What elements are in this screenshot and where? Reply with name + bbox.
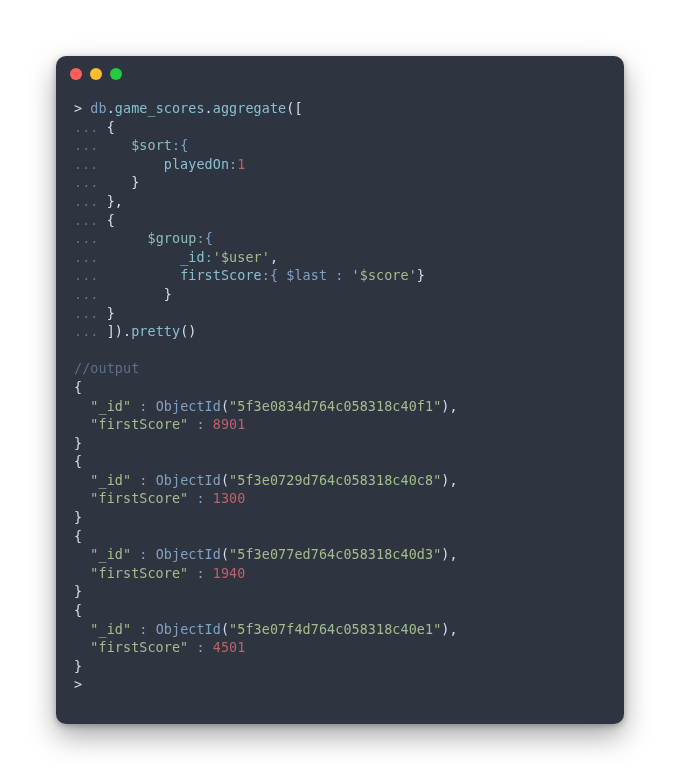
token-close: } (131, 175, 139, 190)
continuation: ... (74, 213, 99, 228)
token-dot: . (205, 101, 213, 116)
output-score-line: "firstScore" : 1940 (74, 565, 606, 584)
token-close: } (417, 268, 425, 283)
code-line: > (74, 676, 606, 695)
token-id-label: "_id" (90, 399, 131, 414)
output-close-brace: } (74, 658, 606, 677)
token-ObjectId: ObjectId (156, 473, 221, 488)
token-score-value: 8901 (213, 417, 246, 432)
prompt: > (74, 101, 90, 116)
token-last: $last (278, 268, 335, 283)
token-id-label: "_id" (90, 547, 131, 562)
code-line: ... _id:'$user', (74, 249, 606, 268)
code-line: ... } (74, 174, 606, 193)
token-oid: "5f3e0729d764c058318c40c8" (229, 473, 441, 488)
token-colon: : (205, 250, 213, 265)
output-id-line: "_id" : ObjectId("5f3e07f4d764c058318c40… (74, 621, 606, 640)
continuation: ... (74, 250, 99, 265)
token-one: 1 (237, 157, 245, 172)
token-open: ([ (286, 101, 302, 116)
zoom-icon[interactable] (110, 68, 122, 80)
token-colonbrace: :{ (172, 138, 188, 153)
code-block: > db.game_scores.aggregate([ ... { ... $… (56, 92, 624, 711)
terminal-window: > db.game_scores.aggregate([ ... { ... $… (56, 56, 624, 724)
minimize-icon[interactable] (90, 68, 102, 80)
token-user: '$user' (213, 250, 270, 265)
comment: //output (74, 361, 139, 376)
token-score: '$score' (352, 268, 417, 283)
token-close: }, (107, 194, 123, 209)
code-line: ... ]).pretty() (74, 323, 606, 342)
continuation: ... (74, 175, 99, 190)
continuation: ... (74, 157, 99, 172)
token-db: db (90, 101, 106, 116)
token-firstScore: firstScore (180, 268, 262, 283)
continuation: ... (74, 120, 99, 135)
output-id-line: "_id" : ObjectId("5f3e077ed764c058318c40… (74, 546, 606, 565)
continuation: ... (74, 138, 99, 153)
token-dot: . (107, 101, 115, 116)
token-colonbrace: :{ (262, 268, 278, 283)
token-parens: () (180, 324, 196, 339)
continuation: ... (74, 268, 99, 283)
token-group: $group (147, 231, 196, 246)
continuation: ... (74, 306, 99, 321)
code-line: ... firstScore:{ $last : '$score'} (74, 267, 606, 286)
window-titlebar (56, 56, 624, 92)
token-sort: $sort (131, 138, 172, 153)
output-close-brace: } (74, 509, 606, 528)
blank-line (74, 342, 606, 361)
token-oid: "5f3e077ed764c058318c40d3" (229, 547, 441, 562)
token-pretty: pretty (131, 324, 180, 339)
token-oid: "5f3e07f4d764c058318c40e1" (229, 622, 441, 637)
token-close: } (107, 306, 115, 321)
output-score-line: "firstScore" : 8901 (74, 416, 606, 435)
token-comma: , (270, 250, 278, 265)
code-line: ... } (74, 286, 606, 305)
output-close-brace: } (74, 435, 606, 454)
token-ObjectId: ObjectId (156, 547, 221, 562)
token-id: _id (180, 250, 205, 265)
output-score-line: "firstScore" : 1300 (74, 490, 606, 509)
code-line: ... $group:{ (74, 230, 606, 249)
code-line: ... } (74, 305, 606, 324)
token-score-value: 4501 (213, 640, 246, 655)
token-close: } (164, 287, 172, 302)
output-open-brace: { (74, 602, 606, 621)
output-score-line: "firstScore" : 4501 (74, 639, 606, 658)
token-aggregate: aggregate (213, 101, 286, 116)
token-id-label: "_id" (90, 622, 131, 637)
prompt: > (74, 677, 90, 692)
code-line: ... }, (74, 193, 606, 212)
token-score-value: 1300 (213, 491, 246, 506)
close-icon[interactable] (70, 68, 82, 80)
token-firstScore-label: "firstScore" (90, 566, 188, 581)
continuation: ... (74, 324, 99, 339)
output-open-brace: { (74, 453, 606, 472)
output-id-line: "_id" : ObjectId("5f3e0729d764c058318c40… (74, 472, 606, 491)
token-firstScore-label: "firstScore" (90, 640, 188, 655)
continuation: ... (74, 231, 99, 246)
code-line: //output (74, 360, 606, 379)
token-collection: game_scores (115, 101, 205, 116)
token-brace: { (99, 120, 115, 135)
window-traffic-lights (70, 68, 122, 80)
output-open-brace: { (74, 379, 606, 398)
token-closeAll: ]). (107, 324, 132, 339)
output-id-line: "_id" : ObjectId("5f3e0834d764c058318c40… (74, 398, 606, 417)
token-ObjectId: ObjectId (156, 622, 221, 637)
token-playedOn: playedOn (164, 157, 229, 172)
token-ObjectId: ObjectId (156, 399, 221, 414)
code-line: ... playedOn:1 (74, 156, 606, 175)
token-id-label: "_id" (90, 473, 131, 488)
code-line: ... $sort:{ (74, 137, 606, 156)
output-open-brace: { (74, 528, 606, 547)
token-firstScore-label: "firstScore" (90, 491, 188, 506)
code-line: > db.game_scores.aggregate([ (74, 100, 606, 119)
continuation: ... (74, 194, 99, 209)
code-line: ... { (74, 212, 606, 231)
code-line: ... { (74, 119, 606, 138)
token-score-value: 1940 (213, 566, 246, 581)
token-firstScore-label: "firstScore" (90, 417, 188, 432)
output-close-brace: } (74, 583, 606, 602)
